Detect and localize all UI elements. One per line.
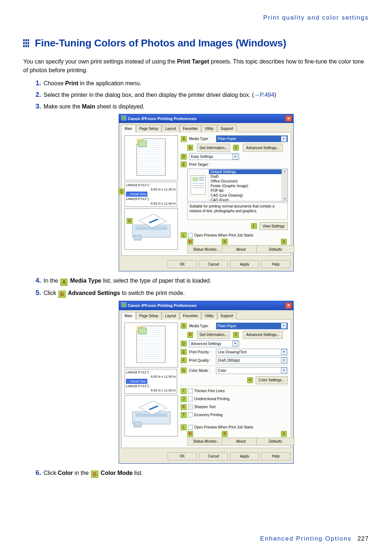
help-button[interactable]: Help xyxy=(261,260,290,268)
chevron-down-icon: ▾ xyxy=(281,368,287,373)
svg-rect-17 xyxy=(199,179,204,181)
page-number: 227 xyxy=(358,534,369,543)
svg-rect-0 xyxy=(23,39,25,41)
svg-rect-1 xyxy=(25,39,27,41)
marker-c: C xyxy=(233,332,239,338)
open-preview-label: Open Preview When Print Job Starts xyxy=(194,233,253,238)
get-information-button[interactable]: Get Information... xyxy=(197,144,230,152)
tab-main[interactable]: Main xyxy=(121,125,136,132)
media-type-dropdown[interactable]: Plain Paper ▾ xyxy=(216,323,288,329)
open-preview-checkbox[interactable] xyxy=(188,425,193,430)
marker-t: T xyxy=(181,412,187,418)
apply-button[interactable]: Apply xyxy=(230,452,259,460)
marker-a-inline: A xyxy=(60,279,68,286)
marker-a: A xyxy=(181,323,187,329)
apply-button[interactable]: Apply xyxy=(230,260,259,268)
marker-b: B xyxy=(187,145,193,151)
help-button[interactable]: Help xyxy=(261,452,290,460)
step-1: Choose Print in the application menu. xyxy=(43,78,369,88)
cancel-button[interactable]: Cancel xyxy=(199,452,228,460)
marker-f: F xyxy=(181,357,187,363)
svg-rect-10 xyxy=(122,116,125,119)
unidirectional-label: Unidirectional Printing xyxy=(194,396,229,402)
page-ref-link[interactable]: →P.494 xyxy=(254,92,274,98)
get-information-button[interactable]: Get Information... xyxy=(197,331,230,339)
marker-g: G xyxy=(181,368,187,373)
tab-layout[interactable]: Layout xyxy=(162,312,179,320)
color-settings-button[interactable]: Color Settings... xyxy=(256,376,288,384)
tab-support[interactable]: Support xyxy=(217,312,237,320)
tab-page-setup[interactable]: Page Setup xyxy=(136,125,162,132)
tab-layout[interactable]: Layout xyxy=(162,125,179,132)
view-settings-button[interactable]: View Settings xyxy=(260,222,288,230)
status-monitor-button[interactable]: Status Monitor... xyxy=(187,245,225,253)
tab-favorites[interactable]: Favorites xyxy=(180,312,201,320)
media-type-dropdown[interactable]: Plain Paper ▾ xyxy=(216,135,288,142)
media-type-label: Media Type : xyxy=(189,136,215,141)
print-target-description: Suitable for printing normal documents t… xyxy=(187,202,288,220)
tab-utility[interactable]: Utility xyxy=(201,125,217,132)
marker-e: E xyxy=(181,349,187,355)
print-priority-label: Print Priority : xyxy=(189,349,215,355)
list-item[interactable]: Office Document xyxy=(209,179,282,184)
defaults-button[interactable]: Defaults xyxy=(256,245,294,253)
print-target-thumb xyxy=(188,169,209,201)
footer-section: Enhanced Printing Options xyxy=(260,534,351,543)
unidirectional-checkbox[interactable] xyxy=(188,397,193,401)
app-icon xyxy=(121,115,126,122)
marker-c: C xyxy=(233,145,239,151)
tab-support[interactable]: Support xyxy=(217,125,237,132)
tab-page-setup[interactable]: Page Setup xyxy=(136,312,162,320)
marker-r: R xyxy=(127,218,132,224)
tab-favorites[interactable]: Favorites xyxy=(180,125,201,132)
ok-button[interactable]: OK xyxy=(168,260,197,268)
marker-e: E xyxy=(181,161,187,167)
ok-button[interactable]: OK xyxy=(168,452,197,460)
list-item[interactable]: Draft xyxy=(209,174,282,179)
step-3: Make sure the Main sheet is displayed. C… xyxy=(43,102,369,272)
status-monitor-button[interactable]: Status Monitor... xyxy=(187,438,225,446)
svg-rect-18 xyxy=(192,183,204,184)
close-icon[interactable]: ✕ xyxy=(285,115,292,122)
about-button[interactable]: About xyxy=(222,245,260,253)
chevron-down-icon: ▾ xyxy=(281,349,287,355)
list-item[interactable]: POP Ad xyxy=(209,188,282,193)
tab-main[interactable]: Main xyxy=(121,312,136,320)
dialog-title: Canon iPFxxxx Printing Preferences xyxy=(128,116,197,122)
settings-mode-dropdown[interactable]: Easy Settings ▾ xyxy=(189,153,239,160)
settings-mode-dropdown[interactable]: Advanced Settings ▾ xyxy=(189,340,239,347)
svg-rect-8 xyxy=(28,45,29,47)
print-quality-dropdown[interactable]: Draft (300dpi) ▾ xyxy=(216,357,288,364)
close-icon[interactable]: ✕ xyxy=(285,303,292,309)
scrollbar[interactable]: ▴▾ xyxy=(282,169,287,201)
color-mode-dropdown[interactable]: Color ▾ xyxy=(216,367,288,374)
cancel-button[interactable]: Cancel xyxy=(199,260,228,268)
list-item[interactable]: Default Settings xyxy=(209,169,282,174)
advanced-settings-button[interactable]: Advanced Settings... xyxy=(243,331,283,339)
svg-rect-13 xyxy=(134,235,141,240)
list-item[interactable]: CAD (Fast) xyxy=(209,198,282,201)
marker-d: D xyxy=(181,341,187,346)
svg-rect-25 xyxy=(134,422,141,427)
about-button[interactable]: About xyxy=(222,438,260,446)
print-quality-label: Print Quality : xyxy=(189,358,215,363)
marker-s: S xyxy=(281,431,287,437)
svg-rect-3 xyxy=(23,42,25,44)
defaults-button[interactable]: Defaults xyxy=(256,438,294,446)
print-priority-dropdown[interactable]: Line Drawing/Text ▾ xyxy=(216,349,288,356)
chevron-down-icon: ▾ xyxy=(281,136,287,142)
open-preview-checkbox[interactable] xyxy=(188,233,193,238)
chevron-down-icon: ▾ xyxy=(281,323,287,329)
marker-m: M xyxy=(187,431,193,437)
list-item[interactable]: Poster (Graphic Image) xyxy=(209,184,282,188)
advanced-settings-button[interactable]: Advanced Settings... xyxy=(243,144,283,152)
sharpen-text-checkbox[interactable]: ✓ xyxy=(188,405,193,409)
print-target-list[interactable]: Default Settings Draft Office Document P… xyxy=(187,169,288,201)
marker-b: B xyxy=(187,332,193,338)
list-item[interactable]: CAD (Line Drawing) xyxy=(209,193,282,198)
dialog-screenshot-2: Canon iPFxxxx Printing Preferences ✕ Mai… xyxy=(119,301,294,464)
thicken-lines-checkbox[interactable] xyxy=(188,389,193,393)
down-arrow-icon: ↓ xyxy=(127,192,129,196)
tab-utility[interactable]: Utility xyxy=(201,312,217,320)
economy-checkbox[interactable] xyxy=(188,413,193,417)
